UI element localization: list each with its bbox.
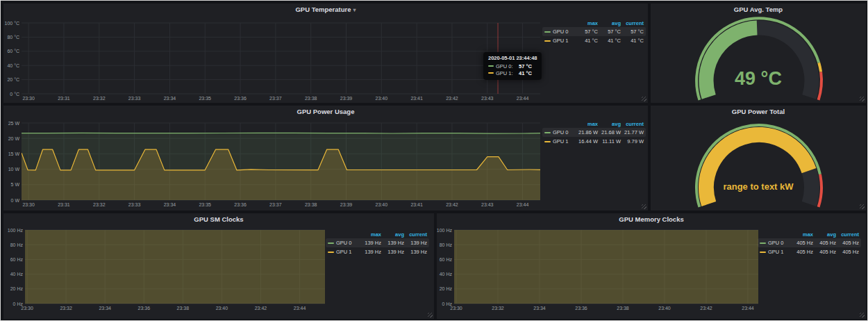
x-tick-label: 23:44 — [517, 202, 529, 207]
y-tick-label: 0 W — [11, 198, 20, 203]
tooltip-series-value: 41 °C — [519, 70, 532, 76]
legend-column-max[interactable]: max — [575, 121, 598, 127]
legend-column-max[interactable]: max — [575, 20, 598, 26]
legend-column-current[interactable]: current — [404, 231, 427, 238]
x-tick-label: 23:36 — [234, 202, 247, 207]
legend-row: GPU 0139 Hz139 Hz139 Hz — [326, 238, 429, 247]
legend-value: 405 Hz — [836, 249, 859, 255]
x-tick-label: 23:33 — [128, 202, 141, 207]
legend-series-toggle[interactable]: GPU 1 — [760, 249, 790, 255]
panel-title-text: GPU Power Total — [732, 108, 785, 115]
legend-series-toggle[interactable]: GPU 0 — [760, 240, 790, 246]
series-fill — [25, 224, 325, 304]
legend-value: 139 Hz — [404, 240, 427, 246]
legend-series-toggle[interactable]: GPU 0 — [544, 28, 575, 35]
panel-title-text: GPU Power Usage — [297, 108, 355, 115]
legend-value: 405 Hz — [790, 240, 813, 246]
x-tick-label: 23:40 — [216, 306, 228, 311]
x-tick-label: 23:32 — [93, 202, 106, 207]
y-tick-label: 80 °C — [7, 35, 19, 40]
x-tick-label: 23:44 — [517, 96, 529, 101]
x-tick-label: 23:42 — [700, 306, 712, 311]
gauge-value-band — [706, 135, 809, 204]
legend-series-toggle[interactable]: GPU 1 — [544, 38, 575, 44]
legend-value: 41 °C — [575, 38, 598, 44]
legend-value: 405 Hz — [790, 249, 813, 255]
legend-row: GPU 057 °C57 °C57 °C — [542, 27, 646, 36]
legend-series-toggle[interactable]: GPU 1 — [328, 249, 358, 255]
legend-value: 139 Hz — [381, 249, 404, 255]
legend-column-max[interactable]: max — [790, 231, 813, 238]
panel-resize-handle[interactable] — [642, 97, 646, 101]
series-color-dash — [544, 141, 551, 142]
panel-title-gpu-sm-clocks[interactable]: GPU SM Clocks — [3, 213, 434, 224]
series-color-dash — [760, 242, 766, 244]
legend-series-toggle[interactable]: GPU 0 — [328, 240, 358, 246]
x-tick-label: 23:40 — [658, 306, 671, 311]
panel-title-gpu-power-usage[interactable]: GPU Power Usage — [3, 106, 648, 117]
panel-resize-handle[interactable] — [428, 313, 433, 318]
legend-row: GPU 1139 Hz139 Hz139 Hz — [326, 247, 429, 256]
chevron-down-icon: ▾ — [353, 7, 356, 13]
plot-area — [22, 133, 540, 200]
x-tick-label: 23:35 — [199, 96, 211, 101]
legend-header: maxavgcurrent — [326, 230, 429, 238]
legend-gpu-power-usage: maxavgcurrentGPU 021.86 W21.68 W21.77 WG… — [542, 120, 646, 146]
legend-column-avg[interactable]: avg — [381, 231, 404, 238]
legend-series-toggle[interactable]: GPU 1 — [544, 138, 575, 145]
panel-title-gpu-power-total[interactable]: GPU Power Total — [651, 106, 866, 117]
panel-resize-handle[interactable] — [860, 204, 865, 209]
plot-area — [25, 224, 325, 304]
legend-series-toggle[interactable]: GPU 0 — [544, 129, 575, 135]
legend-value: 9.79 W — [621, 138, 644, 145]
legend-value: 405 Hz — [813, 240, 836, 246]
y-tick-label: 15 W — [8, 151, 20, 156]
panel-gpu-temperature: GPU Temperature▾ 0 °C20 °C40 °C60 °C80 °… — [3, 3, 648, 103]
panel-gpu-sm-clocks: GPU SM Clocks 0 Hz20 Hz40 Hz60 Hz80 Hz10… — [3, 213, 434, 319]
legend-column-avg[interactable]: avg — [598, 20, 621, 26]
legend-gpu-sm-clocks: maxavgcurrentGPU 0139 Hz139 Hz139 HzGPU … — [326, 230, 429, 256]
x-tick-label: 23:34 — [533, 306, 546, 311]
y-tick-label: 40 °C — [7, 63, 19, 68]
legend-column-current[interactable]: current — [621, 121, 644, 127]
legend-value: 405 Hz — [836, 240, 859, 246]
legend-column-current[interactable]: current — [621, 20, 644, 26]
x-tick-label: 23:37 — [269, 96, 282, 101]
legend-value: 139 Hz — [358, 240, 381, 246]
legend-column-avg[interactable]: avg — [813, 231, 836, 238]
x-tick-label: 23:32 — [93, 96, 106, 101]
series-color-dash — [328, 242, 334, 244]
panel-title-gpu-temperature[interactable]: GPU Temperature▾ — [3, 3, 648, 15]
legend-column-max[interactable]: max — [358, 231, 381, 238]
plot-area — [454, 224, 758, 304]
x-tick-label: 23:39 — [340, 202, 353, 207]
panel-resize-handle[interactable] — [860, 97, 865, 101]
legend-column-current[interactable]: current — [836, 231, 859, 238]
y-tick-label: 80 Hz — [440, 242, 453, 247]
x-tick-label: 23:41 — [410, 96, 423, 101]
series-color-dash — [544, 40, 551, 42]
y-tick-label: 10 W — [8, 167, 20, 172]
legend-value: 139 Hz — [358, 249, 381, 255]
y-tick-label: 5 W — [11, 182, 20, 187]
panel-resize-handle[interactable] — [860, 313, 865, 318]
panel-gpu-power-total: GPU Power Total range to text kW — [651, 106, 866, 211]
x-tick-label: 23:43 — [481, 202, 494, 207]
tooltip-series-value: 57 °C — [519, 63, 532, 69]
legend-column-avg[interactable]: avg — [598, 121, 621, 127]
panel-resize-handle[interactable] — [642, 204, 646, 209]
legend-row: GPU 141 °C41 °C41 °C — [542, 36, 646, 45]
x-tick-label: 23:38 — [305, 202, 317, 207]
x-tick-label: 23:34 — [164, 96, 176, 101]
x-tick-label: 23:31 — [58, 96, 70, 101]
panel-title-gpu-memory-clocks[interactable]: GPU Memory Clocks — [437, 213, 866, 224]
panel-title-gpu-avg-temp[interactable]: GPU Avg. Temp — [651, 3, 866, 15]
legend-value: 57 °C — [621, 28, 644, 35]
series-color-dash — [760, 252, 766, 253]
legend-row: GPU 0405 Hz405 Hz405 Hz — [758, 238, 861, 247]
panel-title-text: GPU Memory Clocks — [619, 215, 683, 223]
legend-value: 21.77 W — [621, 129, 644, 135]
y-tick-label: 40 Hz — [440, 272, 453, 277]
graph-tooltip: 2020-05-01 23:44:48 GPU 0: 57 °C GPU 1: … — [483, 52, 542, 80]
y-tick-label: 60 Hz — [10, 257, 24, 262]
